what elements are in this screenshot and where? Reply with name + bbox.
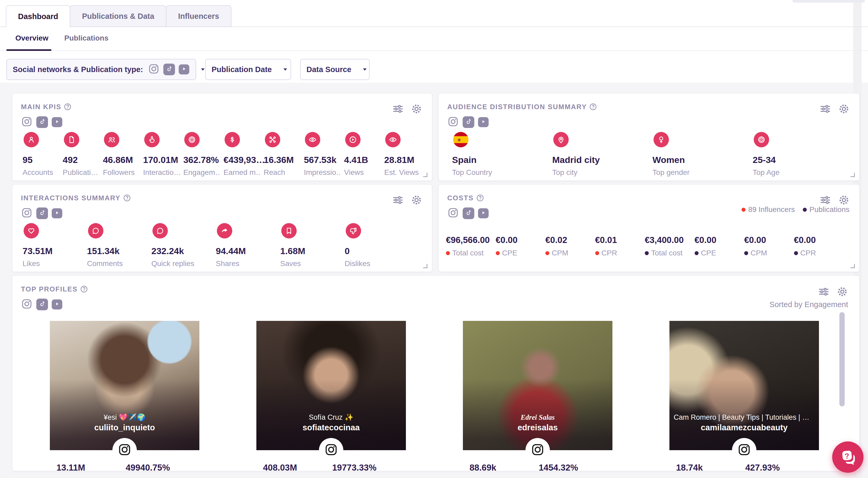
kpi-value: 16.36M — [264, 155, 304, 165]
kpi-icon — [104, 132, 119, 147]
social-networks-filter[interactable]: Social networks & Publication type: — [6, 59, 196, 80]
profile-engagement-value: 1454.32% — [539, 463, 578, 473]
kpi-value: 492 — [63, 155, 103, 165]
profile-stats: 408.03M 19773.33% — [256, 463, 406, 476]
profile-engagement-value: 49940.75% — [126, 463, 170, 473]
youtube-icon[interactable] — [52, 117, 62, 127]
chevron-down-icon[interactable] — [281, 65, 289, 73]
kpi-icon — [346, 223, 361, 238]
cost-metric: €0.01 CPR — [595, 235, 645, 257]
subtab-publications[interactable]: Publications — [64, 34, 108, 42]
gear-icon[interactable] — [838, 194, 850, 206]
subtab-overview[interactable]: Overview — [16, 34, 49, 42]
kpi: 4.41B Views — [344, 132, 384, 177]
tiktok-icon[interactable] — [463, 208, 474, 219]
kpi-icon — [265, 132, 280, 147]
kpi-icon — [88, 223, 103, 238]
profile-display-name: ¥esi 💖✈️🌍 — [50, 413, 199, 422]
resize-handle-icon[interactable] — [421, 261, 429, 269]
filter-sliders-icon[interactable] — [392, 194, 404, 206]
audience-item: Spain Top Country — [452, 132, 552, 177]
tab-influencers[interactable]: Influencers — [166, 5, 231, 27]
tiktok-icon[interactable] — [463, 116, 474, 128]
gear-icon[interactable] — [838, 103, 850, 115]
profile-card[interactable]: Sofía Cruz ✨ sofiatecocinaa 408.03M 1977… — [256, 321, 406, 476]
tiktok-icon[interactable] — [163, 64, 175, 75]
kpi-icon — [24, 223, 39, 238]
cost-metric: €0.02 CPM — [545, 235, 595, 257]
youtube-icon[interactable] — [478, 208, 489, 218]
audience-row: Spain Top Country Madrid city Top city W… — [439, 132, 853, 177]
svg-text:?: ? — [844, 451, 850, 460]
profile-followers-value: 18.74k — [676, 463, 703, 473]
tiktok-icon[interactable] — [36, 208, 48, 219]
help-icon[interactable] — [476, 194, 484, 202]
youtube-icon[interactable] — [52, 208, 62, 218]
tab-dashboard[interactable]: Dashboard — [6, 5, 70, 28]
resize-handle-icon[interactable] — [848, 261, 856, 269]
cost-metric: €0.00 CPE — [496, 235, 546, 257]
cost-metric: €96,566.00 Total cost — [446, 235, 496, 257]
gear-icon[interactable] — [836, 286, 848, 297]
kpi-value: 0 — [345, 246, 409, 256]
data-source-filter[interactable]: Data Source — [300, 59, 370, 80]
profile-card[interactable]: Edrei Salas edreisalas 88.69k 1454.32% — [463, 321, 613, 476]
audience-icon — [453, 132, 468, 147]
help-icon[interactable] — [80, 285, 88, 293]
audience-item: Madrid city Top city — [552, 132, 652, 177]
instagram-icon[interactable] — [21, 116, 33, 128]
kpi-value: 567.53k — [304, 155, 344, 165]
resize-handle-icon[interactable] — [848, 170, 856, 178]
metric-dot — [545, 251, 549, 255]
cost-label: Total cost — [452, 249, 484, 257]
main-tab-label: Publications & Data — [82, 12, 154, 21]
cost-value: €0.02 — [545, 235, 595, 245]
kpi: 232.24k Quick replies — [151, 223, 216, 268]
youtube-icon[interactable] — [478, 117, 489, 127]
filter-sliders-icon[interactable] — [818, 286, 830, 297]
filter-sliders-icon[interactable] — [392, 103, 404, 115]
instagram-icon[interactable] — [447, 116, 459, 128]
profile-card[interactable]: Cam Romero | Beauty Tips | Tutoriales | … — [670, 321, 819, 476]
panel-title-text: COSTS — [447, 194, 474, 202]
network-badge — [732, 438, 756, 463]
chevron-down-icon[interactable] — [361, 65, 369, 73]
tiktok-icon[interactable] — [36, 116, 48, 128]
panel-title: AUDIENCE DISTRIBUTION SUMMARY — [447, 102, 597, 111]
instagram-icon[interactable] — [21, 208, 33, 219]
tab-publications-data[interactable]: Publications & Data — [70, 5, 166, 27]
metric-dot — [446, 251, 450, 255]
resize-handle-icon[interactable] — [421, 170, 429, 178]
tiktok-icon[interactable] — [36, 298, 48, 310]
panel-title-text: TOP PROFILES — [21, 285, 78, 293]
main-tab-label: Dashboard — [18, 12, 58, 21]
profile-name-overlay: Sofía Cruz ✨ sofiatecocinaa — [256, 413, 406, 433]
kpi: 16.36M Reach — [264, 132, 304, 177]
gear-icon[interactable] — [411, 103, 422, 115]
panel-tools — [392, 194, 422, 206]
metric-dot — [496, 251, 500, 255]
profile-card[interactable]: ¥esi 💖✈️🌍 culiito_inquieto 13.11M 49940.… — [50, 321, 199, 476]
help-icon[interactable] — [589, 102, 597, 111]
filter-sliders-icon[interactable] — [819, 194, 831, 206]
instagram-icon[interactable] — [447, 208, 459, 219]
network-toggle-group — [447, 208, 489, 219]
cost-label-row: CPM — [545, 249, 595, 257]
kpi-value: €439,93… — [223, 155, 264, 165]
gear-icon[interactable] — [411, 194, 422, 206]
network-badge — [319, 438, 343, 463]
filter-sliders-icon[interactable] — [819, 103, 831, 115]
help-icon[interactable] — [63, 102, 72, 111]
youtube-icon[interactable] — [52, 299, 62, 310]
help-icon[interactable] — [123, 194, 131, 202]
kpi-label: Views — [344, 168, 381, 177]
kpi-label: Accounts — [23, 168, 60, 177]
scrollbar-thumb[interactable] — [839, 312, 845, 407]
instagram-icon[interactable] — [21, 298, 33, 310]
help-chat-button[interactable]: ? — [832, 441, 864, 473]
audience-icon — [754, 132, 769, 147]
panel-title: COSTS — [447, 194, 484, 202]
publication-date-filter[interactable]: Publication Date — [205, 59, 291, 80]
youtube-icon[interactable] — [179, 64, 189, 74]
instagram-icon[interactable] — [148, 64, 160, 75]
